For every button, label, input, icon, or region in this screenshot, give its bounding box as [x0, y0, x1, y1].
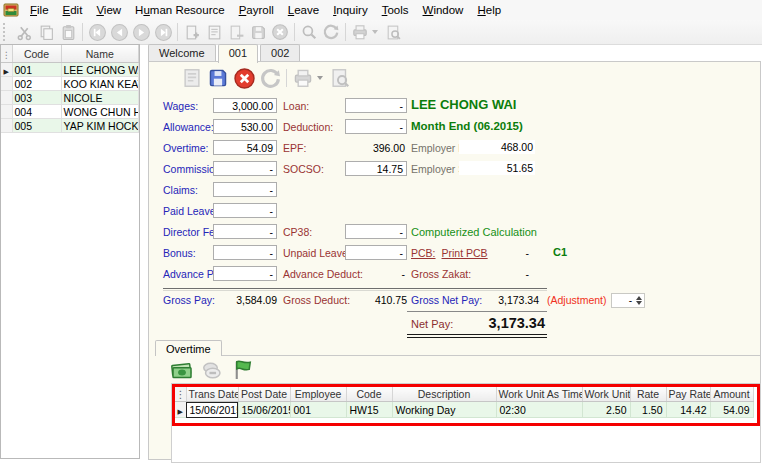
last-record-icon[interactable]	[152, 21, 174, 43]
refresh-icon[interactable]	[257, 65, 283, 91]
employee-code-cell[interactable]: 004	[12, 105, 61, 119]
ot-cell-work-unit-as-time[interactable]: 02:30	[496, 402, 582, 418]
employee-code-cell[interactable]: 002	[12, 77, 61, 91]
paid-leave-field[interactable]: -	[213, 203, 277, 218]
add-record-icon[interactable]	[181, 21, 203, 43]
coins-icon[interactable]	[199, 357, 225, 383]
ot-column-code[interactable]: Code	[346, 387, 392, 402]
cancel-icon[interactable]	[269, 21, 291, 43]
menu-file[interactable]: File	[23, 2, 56, 18]
employee-name-cell[interactable]: LEE CHONG WAI	[61, 63, 139, 77]
ot-cell-rate[interactable]: 1.50	[630, 402, 666, 418]
claims-field[interactable]: -	[213, 182, 277, 197]
deduction-field[interactable]: -	[345, 119, 407, 134]
ot-column-rate[interactable]: Rate	[630, 387, 666, 402]
menu-human-resource[interactable]: Human Resource	[128, 2, 232, 18]
ot-column-description[interactable]: Description	[392, 387, 496, 402]
ot-column-work-unit-as-time[interactable]: Work Unit As Time	[496, 387, 582, 402]
ot-cell-code[interactable]: HW15	[346, 402, 392, 418]
employee-name-cell[interactable]: WONG CHUN HAN	[61, 105, 139, 119]
menu-edit[interactable]: Edit	[56, 2, 90, 18]
cut-icon[interactable]	[13, 21, 35, 43]
print-dropdown-caret[interactable]	[372, 30, 378, 34]
employee-name-cell[interactable]: YAP KIM HOCK	[61, 119, 139, 133]
paste-icon[interactable]	[57, 21, 79, 43]
next-record-icon[interactable]	[130, 21, 152, 43]
cancel-icon[interactable]	[231, 65, 257, 91]
employee-row-002[interactable]: 002KOO KIAN KEAT	[1, 77, 139, 91]
employee-name-cell[interactable]: KOO KIAN KEAT	[61, 77, 139, 91]
print-icon[interactable]	[290, 65, 316, 91]
tab-welcome[interactable]: Welcome	[148, 44, 216, 61]
row-indicator	[1, 77, 12, 91]
document-tabs: Welcome001002	[148, 44, 762, 61]
column-header-name[interactable]: Name	[61, 45, 139, 63]
socso-field[interactable]: 14.75	[345, 161, 407, 176]
ot-column-pay-rate[interactable]: Pay Rate	[666, 387, 710, 402]
employee-row-003[interactable]: 003NICOLE	[1, 91, 139, 105]
menu-tools[interactable]: Tools	[375, 2, 416, 18]
menu-payroll[interactable]: Payroll	[232, 2, 281, 18]
preview-icon[interactable]	[327, 65, 353, 91]
employee-row-004[interactable]: 004WONG CHUN HAN	[1, 105, 139, 119]
ot-cell-trans-date[interactable]: 15/06/2015	[186, 402, 238, 418]
print-dropdown-caret[interactable]	[317, 76, 323, 80]
save-icon[interactable]	[205, 65, 231, 91]
spinner-arrows[interactable]	[634, 294, 643, 307]
employee-code-cell[interactable]: 005	[12, 119, 61, 133]
tab-overtime[interactable]: Overtime	[155, 340, 222, 356]
copy-icon[interactable]	[35, 21, 57, 43]
employee-row-001[interactable]: ▶001LEE CHONG WAI	[1, 63, 139, 77]
ot-column-employee[interactable]: Employee	[290, 387, 346, 402]
loan-field[interactable]: -	[345, 98, 407, 113]
edit-record-icon[interactable]	[203, 21, 225, 43]
edit-icon[interactable]	[179, 65, 205, 91]
tab-001[interactable]: 001	[218, 44, 258, 63]
ot-column-post-date[interactable]: Post Date	[238, 387, 290, 402]
preview-icon[interactable]	[382, 21, 404, 43]
menu-inquiry[interactable]: Inquiry	[326, 2, 375, 18]
menu-leave[interactable]: Leave	[281, 2, 326, 18]
director-fees-field[interactable]: -	[213, 224, 277, 239]
cp38-field[interactable]: -	[345, 224, 407, 239]
delete-record-icon[interactable]	[225, 21, 247, 43]
refresh-icon[interactable]	[320, 21, 342, 43]
column-header-code[interactable]: Code	[12, 45, 61, 63]
allowance-field[interactable]: 530.00	[213, 119, 277, 134]
first-record-icon[interactable]	[86, 21, 108, 43]
advance-paid-field[interactable]: -	[213, 266, 277, 281]
unpaid-leave-field[interactable]: -	[345, 245, 407, 260]
employee-row-005[interactable]: 005YAP KIM HOCK	[1, 119, 139, 133]
menu-view[interactable]: View	[89, 2, 128, 18]
ot-column-work-unit[interactable]: Work Unit	[582, 387, 630, 402]
find-icon[interactable]	[298, 21, 320, 43]
commission-field[interactable]: -	[213, 161, 277, 176]
toolbar-grip[interactable]	[3, 23, 10, 41]
money-icon[interactable]	[169, 357, 195, 383]
ot-cell-post-date[interactable]: 15/06/2015	[238, 402, 290, 418]
overtime-row[interactable]: ▶15/06/201515/06/2015001HW15Working Day0…	[175, 402, 753, 418]
menu-window[interactable]: Window	[416, 2, 471, 18]
employee-name-cell[interactable]: NICOLE	[61, 91, 139, 105]
wages-field[interactable]: 3,000.00	[213, 98, 277, 113]
ot-column-trans-date[interactable]: Trans Date	[186, 387, 238, 402]
pcb-link[interactable]: PCB:	[411, 247, 436, 259]
overtime-field[interactable]: 54.09	[213, 140, 277, 155]
ot-cell-amount[interactable]: 54.09	[710, 402, 753, 418]
previous-record-icon[interactable]	[108, 21, 130, 43]
tab-002[interactable]: 002	[260, 44, 300, 61]
menu-help[interactable]: Help	[470, 2, 508, 18]
flag-icon[interactable]	[229, 357, 255, 383]
print-icon[interactable]	[349, 21, 371, 43]
employee-list-panel: ⋮ Code Name ▶001LEE CHONG WAI002KOO KIAN…	[0, 44, 140, 459]
ot-column-amount[interactable]: Amount	[710, 387, 753, 402]
employee-code-cell[interactable]: 003	[12, 91, 61, 105]
ot-cell-description[interactable]: Working Day	[392, 402, 496, 418]
save-icon[interactable]	[247, 21, 269, 43]
ot-cell-work-unit[interactable]: 2.50	[582, 402, 630, 418]
ot-cell-employee[interactable]: 001	[290, 402, 346, 418]
employee-code-cell[interactable]: 001	[12, 63, 61, 77]
bonus-field[interactable]: -	[213, 245, 277, 260]
ot-cell-pay-rate[interactable]: 14.42	[666, 402, 710, 418]
adjustment-spinner[interactable]: -	[611, 293, 645, 308]
